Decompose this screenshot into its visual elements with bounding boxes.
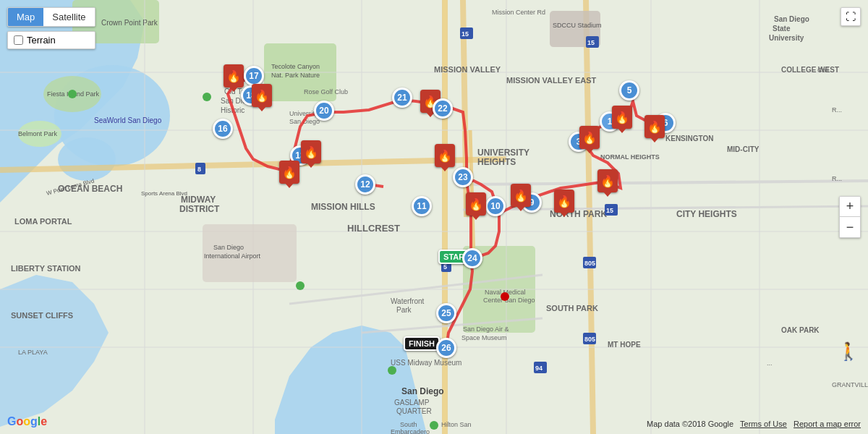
svg-text:HILLCREST: HILLCREST [347, 223, 400, 234]
map-data-label: Map data ©2018 Google [647, 420, 733, 428]
svg-text:Hilton San: Hilton San [441, 421, 472, 428]
svg-text:Coll...: Coll... [817, 67, 834, 74]
svg-text:15: 15 [461, 30, 469, 38]
svg-text:San Diego Air &: San Diego Air & [463, 326, 509, 333]
map-attribution: Map data ©2018 Google Terms of Use Repor… [647, 420, 861, 428]
svg-text:8: 8 [197, 166, 201, 173]
marker-22[interactable]: 22 [433, 98, 453, 119]
marker-18-flame[interactable]: 🔥 [252, 84, 272, 107]
svg-text:LIBERTY STATION: LIBERTY STATION [11, 264, 81, 273]
zoom-in-button[interactable]: + [840, 197, 860, 217]
svg-text:San Diego: San Diego [213, 244, 244, 251]
svg-point-113 [501, 292, 509, 301]
svg-text:GRANTVILLE: GRANTVILLE [832, 381, 868, 388]
marker-12[interactable]: 12 [355, 174, 375, 195]
svg-text:Crown Point Park: Crown Point Park [101, 19, 158, 27]
marker-3-flame[interactable]: 🔥 [579, 126, 600, 149]
svg-text:MISSION HILLS: MISSION HILLS [311, 202, 375, 212]
svg-text:MID-CITY: MID-CITY [727, 145, 760, 153]
svg-text:LOMA PORTAL: LOMA PORTAL [14, 217, 72, 226]
marker-24[interactable]: 24 [462, 248, 482, 268]
zoom-out-button[interactable]: − [840, 217, 860, 237]
svg-text:MT HOPE: MT HOPE [608, 341, 641, 349]
map-controls: Map Satellite Terrain [7, 7, 95, 49]
marker-16[interactable]: 16 [213, 119, 233, 139]
marker-10-flame[interactable]: 🔥 [466, 192, 486, 216]
svg-text:San Diego: San Diego [774, 15, 809, 23]
report-error-link[interactable]: Report a map error [793, 420, 861, 428]
marker-6-flame[interactable]: 🔥 [644, 115, 665, 138]
svg-text:University: University [769, 34, 804, 42]
svg-text:Mission Center Rd: Mission Center Rd [492, 9, 545, 16]
marker-finish[interactable]: FINISH [404, 336, 440, 351]
terms-of-use-link[interactable]: Terms of Use [740, 420, 787, 428]
svg-text:International Airport: International Airport [204, 252, 261, 260]
zoom-controls: + − [839, 196, 861, 238]
svg-text:San Diego: San Diego [401, 386, 444, 396]
marker-11[interactable]: 11 [412, 196, 432, 216]
svg-text:NORMAL HEIGHTS: NORMAL HEIGHTS [600, 153, 660, 161]
svg-text:UNIVERSITY: UNIVERSITY [477, 148, 529, 158]
svg-point-111 [68, 90, 77, 98]
marker-1-flame[interactable]: 🔥 [612, 106, 632, 129]
marker-flame-mission[interactable]: 🔥 [435, 144, 455, 167]
svg-text:Space Museum: Space Museum [461, 334, 507, 341]
svg-text:15: 15 [606, 207, 613, 214]
svg-point-110 [388, 366, 396, 375]
map-button[interactable]: Map [8, 8, 43, 26]
svg-text:R...: R... [832, 106, 842, 114]
svg-text:94: 94 [535, 365, 542, 372]
svg-text:OAK PARK: OAK PARK [781, 326, 820, 334]
marker-flame-center[interactable]: 🔥 [597, 169, 618, 192]
satellite-button[interactable]: Satellite [43, 8, 94, 26]
svg-text:DISTRICT: DISTRICT [179, 204, 220, 214]
svg-text:Rose Golf Club: Rose Golf Club [304, 88, 348, 95]
svg-point-108 [203, 93, 211, 101]
google-logo: Google [7, 415, 47, 428]
svg-text:LA PLAYA: LA PLAYA [18, 349, 48, 356]
svg-text:Belmont Park: Belmont Park [18, 130, 58, 137]
svg-text:HEIGHTS: HEIGHTS [477, 157, 516, 167]
svg-text:Embarcadero: Embarcadero [391, 428, 430, 434]
map-type-selector: Map Satellite [7, 7, 95, 27]
svg-text:SeaWorld San Diego: SeaWorld San Diego [94, 116, 162, 124]
terrain-checkbox-label[interactable]: Terrain [7, 31, 95, 49]
marker-20[interactable]: 20 [314, 101, 334, 121]
svg-text:South: South [400, 421, 417, 428]
svg-point-109 [296, 281, 305, 290]
svg-text:USS Midway Museum: USS Midway Museum [391, 359, 461, 367]
marker-13-flame[interactable]: 🔥 [301, 140, 321, 163]
svg-text:SUNSET CLIFFS: SUNSET CLIFFS [11, 311, 73, 320]
marker-15[interactable]: 🔥 [279, 161, 299, 184]
map-background: Crown Point Park Fiesta Island Park Belm… [0, 0, 868, 434]
marker-21[interactable]: 21 [392, 88, 412, 108]
map-container: Crown Point Park Fiesta Island Park Belm… [0, 0, 868, 434]
svg-text:SOUTH PARK: SOUTH PARK [546, 304, 598, 312]
svg-text:SDCCU Stadium: SDCCU Stadium [553, 22, 602, 29]
svg-point-112 [430, 421, 438, 430]
marker-5[interactable]: 5 [619, 80, 639, 101]
svg-text:805: 805 [584, 336, 595, 343]
svg-text:GASLAMP: GASLAMP [394, 399, 430, 407]
svg-text:Sports Arena Blvd: Sports Arena Blvd [141, 190, 187, 197]
svg-text:Historic: Historic [221, 106, 244, 114]
marker-10[interactable]: 10 [485, 196, 506, 216]
terrain-checkbox-input[interactable] [14, 35, 23, 45]
svg-text:5: 5 [443, 263, 447, 271]
marker-26[interactable]: 26 [436, 338, 456, 358]
fullscreen-button[interactable]: ⛶ [841, 7, 861, 26]
svg-text:CITY HEIGHTS: CITY HEIGHTS [676, 209, 737, 219]
svg-text:KENSINGTON: KENSINGTON [665, 135, 714, 142]
terrain-label: Terrain [27, 35, 56, 46]
marker-17[interactable]: 🔥 [224, 64, 244, 88]
svg-text:State: State [773, 25, 791, 33]
marker-23[interactable]: 23 [453, 167, 473, 187]
marker-flame-center2[interactable]: 🔥 [554, 190, 574, 213]
svg-text:Tecolote Canyon: Tecolote Canyon [271, 63, 320, 70]
svg-point-2 [58, 137, 116, 181]
svg-text:Park: Park [396, 306, 412, 314]
street-view-pegman[interactable]: 🚶 [838, 341, 859, 362]
marker-25[interactable]: 25 [436, 303, 456, 323]
marker-9-flame[interactable]: 🔥 [511, 184, 531, 207]
svg-text:MISSION VALLEY EAST: MISSION VALLEY EAST [506, 76, 597, 85]
